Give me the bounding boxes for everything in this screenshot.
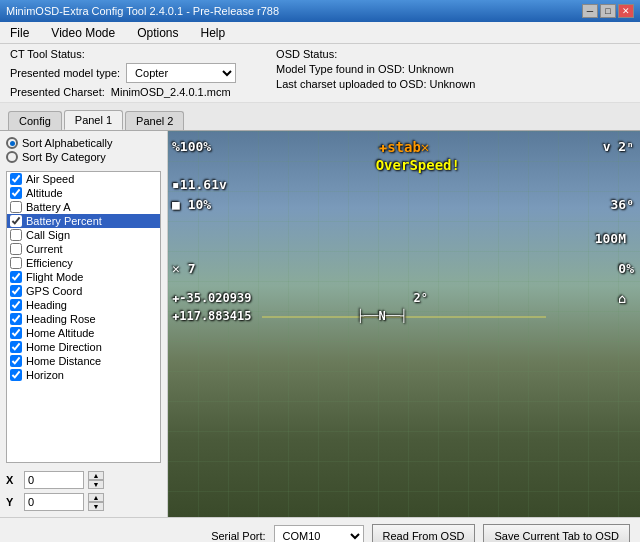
- checklist-item[interactable]: Horizon: [7, 368, 160, 382]
- osd-preview: ✚stab✕ OverSpeed! %100% ▪11.61v ■ 10% 36…: [168, 131, 640, 517]
- y-input[interactable]: [24, 493, 84, 511]
- bottom-bar: Serial Port: COM10 COM1 COM2 COM3 Read F…: [0, 517, 640, 542]
- osd-coord1: ✚-35.020939: [172, 291, 251, 305]
- osd-right1: v 2ⁿ: [603, 139, 634, 154]
- osd-distance: 100M: [595, 231, 626, 246]
- osd-coord2: ✚117.883415: [172, 309, 251, 323]
- osd-background: [168, 131, 640, 517]
- sort-alpha-radio[interactable]: [6, 137, 18, 149]
- sort-alpha-label: Sort Alphabetically: [22, 137, 113, 149]
- checklist-item-label: GPS Coord: [26, 285, 82, 297]
- osd-compass: ├──N──┤: [357, 309, 408, 323]
- y-label: Y: [6, 496, 20, 508]
- checklist-container[interactable]: Air SpeedAltitudeBattery ABattery Percen…: [6, 171, 161, 463]
- checklist-item[interactable]: Air Speed: [7, 172, 160, 186]
- save-tab-to-osd-button[interactable]: Save Current Tab to OSD: [483, 524, 630, 543]
- checklist-item[interactable]: Flight Mode: [7, 270, 160, 284]
- checklist-checkbox[interactable]: [10, 327, 22, 339]
- checklist-item[interactable]: GPS Coord: [7, 284, 160, 298]
- checklist-item[interactable]: Efficiency: [7, 256, 160, 270]
- checklist-item-label: Home Altitude: [26, 327, 94, 339]
- osd-home-icon: ⌂: [618, 291, 626, 306]
- osd-heading-deg: 2°: [413, 291, 427, 305]
- model-type-row: Presented model type: Copter Plane Rover: [10, 63, 236, 83]
- checklist-checkbox[interactable]: [10, 355, 22, 367]
- checklist-checkbox[interactable]: [10, 341, 22, 353]
- checklist-item-label: Call Sign: [26, 229, 70, 241]
- main-content: Sort Alphabetically Sort By Category Air…: [0, 131, 640, 517]
- menu-videomode[interactable]: Video Mode: [45, 24, 121, 42]
- maximize-button[interactable]: □: [600, 4, 616, 18]
- x-spin-down[interactable]: ▼: [88, 480, 104, 489]
- ct-tool-label: CT Tool Status:: [10, 48, 85, 60]
- osd-throttle: %100%: [172, 139, 211, 154]
- checklist-checkbox[interactable]: [10, 243, 22, 255]
- checklist-checkbox[interactable]: [10, 173, 22, 185]
- osd-right2: 0%: [618, 261, 634, 276]
- checklist-item-label: Battery A: [26, 201, 71, 213]
- checklist-checkbox[interactable]: [10, 257, 22, 269]
- checklist-item-label: Home Distance: [26, 355, 101, 367]
- y-spin-down[interactable]: ▼: [88, 502, 104, 511]
- titlebar-title: MinimOSD-Extra Config Tool 2.4.0.1 - Pre…: [6, 5, 279, 17]
- checklist-item[interactable]: Call Sign: [7, 228, 160, 242]
- menu-options[interactable]: Options: [131, 24, 184, 42]
- checklist-item[interactable]: Heading: [7, 298, 160, 312]
- sort-category-row[interactable]: Sort By Category: [6, 151, 161, 163]
- y-spin-up[interactable]: ▲: [88, 493, 104, 502]
- checklist-item-label: Current: [26, 243, 63, 255]
- serial-port-select[interactable]: COM10 COM1 COM2 COM3: [274, 525, 364, 543]
- model-type-select[interactable]: Copter Plane Rover: [126, 63, 236, 83]
- checklist-checkbox[interactable]: [10, 285, 22, 297]
- close-button[interactable]: ✕: [618, 4, 634, 18]
- charset-row: Presented Charset: MinimOSD_2.4.0.1.mcm: [10, 86, 236, 98]
- menu-file[interactable]: File: [4, 24, 35, 42]
- menu-help[interactable]: Help: [195, 24, 232, 42]
- sort-options: Sort Alphabetically Sort By Category: [6, 137, 161, 163]
- titlebar: MinimOSD-Extra Config Tool 2.4.0.1 - Pre…: [0, 0, 640, 22]
- osd-altitude-val: 36⁰: [611, 197, 634, 212]
- model-found-text: Model Type found in OSD: Unknown: [276, 63, 475, 75]
- checklist-item-label: Efficiency: [26, 257, 73, 269]
- checklist-checkbox[interactable]: [10, 369, 22, 381]
- checklist-item[interactable]: Battery Percent: [7, 214, 160, 228]
- tab-panel2[interactable]: Panel 2: [125, 111, 184, 130]
- x-spin-up[interactable]: ▲: [88, 471, 104, 480]
- checklist-checkbox[interactable]: [10, 201, 22, 213]
- x-spinner: ▲ ▼: [88, 471, 104, 489]
- checklist-checkbox[interactable]: [10, 215, 22, 227]
- checklist-item[interactable]: Battery A: [7, 200, 160, 214]
- osd-overspeed-text: OverSpeed!: [376, 157, 460, 173]
- osd-voltage: ▪11.61v: [172, 177, 227, 192]
- sort-alpha-row[interactable]: Sort Alphabetically: [6, 137, 161, 149]
- tab-panel1[interactable]: Panel 1: [64, 110, 123, 130]
- osd-cross-arrow: ✕ 7: [172, 261, 195, 276]
- checklist-item-label: Heading: [26, 299, 67, 311]
- tab-config[interactable]: Config: [8, 111, 62, 130]
- osd-canvas: ✚stab✕ OverSpeed! %100% ▪11.61v ■ 10% 36…: [168, 131, 640, 517]
- checklist-item-label: Heading Rose: [26, 313, 96, 325]
- y-spinner: ▲ ▼: [88, 493, 104, 511]
- checklist-item[interactable]: Home Distance: [7, 354, 160, 368]
- charset-uploaded-text: Last charset uploaded to OSD: Unknown: [276, 78, 475, 90]
- checklist-item-label: Flight Mode: [26, 271, 83, 283]
- checklist-item[interactable]: Heading Rose: [7, 312, 160, 326]
- checklist-item[interactable]: Home Altitude: [7, 326, 160, 340]
- checklist-item[interactable]: Altitude: [7, 186, 160, 200]
- ct-tool-status-row: CT Tool Status:: [10, 48, 236, 60]
- left-panel: Sort Alphabetically Sort By Category Air…: [0, 131, 168, 517]
- checklist-checkbox[interactable]: [10, 313, 22, 325]
- checklist-item[interactable]: Home Direction: [7, 340, 160, 354]
- checklist-item[interactable]: Current: [7, 242, 160, 256]
- x-input[interactable]: [24, 471, 84, 489]
- checklist-item-label: Home Direction: [26, 341, 102, 353]
- minimize-button[interactable]: ─: [582, 4, 598, 18]
- read-from-osd-button[interactable]: Read From OSD: [372, 524, 476, 543]
- checklist-checkbox[interactable]: [10, 299, 22, 311]
- charset-value: MinimOSD_2.4.0.1.mcm: [111, 86, 231, 98]
- checklist-checkbox[interactable]: [10, 229, 22, 241]
- sort-category-radio[interactable]: [6, 151, 18, 163]
- checklist-checkbox[interactable]: [10, 271, 22, 283]
- checklist-item-label: Battery Percent: [26, 215, 102, 227]
- checklist-checkbox[interactable]: [10, 187, 22, 199]
